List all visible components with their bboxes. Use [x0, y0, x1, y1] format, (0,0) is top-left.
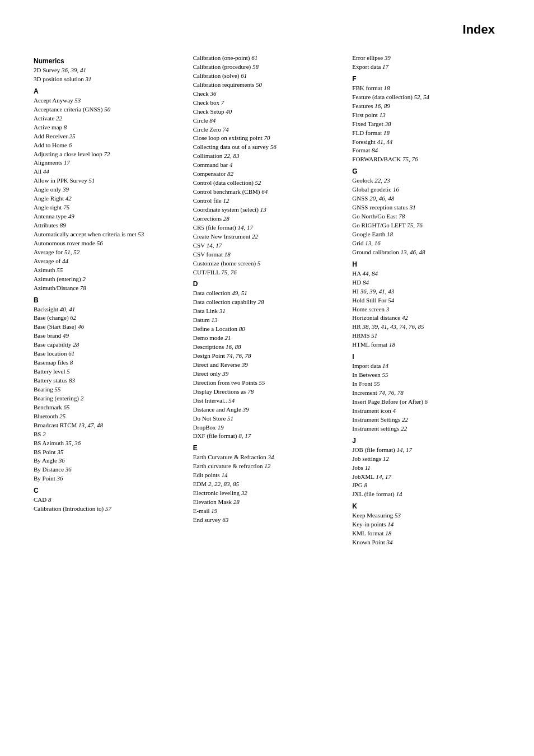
- index-entry: Calibration (Introduction to) 57: [34, 505, 182, 514]
- index-entry: Instrument icon 4: [352, 407, 500, 416]
- index-entry: Antenna type 49: [34, 212, 182, 221]
- index-entry: Bluetooth 25: [34, 412, 182, 421]
- index-entry: FLD format 18: [352, 129, 500, 138]
- section-header-G: G: [352, 167, 500, 175]
- index-entry: Earth curvature & refraction 12: [193, 462, 341, 471]
- index-entry: Define a Location 80: [193, 325, 341, 334]
- index-entry: BS Point 35: [34, 448, 182, 457]
- index-entry: Data collection 49, 51: [193, 289, 341, 298]
- index-entry: Calibration (solve) 61: [193, 72, 341, 81]
- index-entry: HRMS 51: [352, 332, 500, 340]
- index-entry: Customize (home screen) 5: [193, 259, 341, 268]
- index-entry: Basemap files 8: [34, 358, 182, 367]
- index-entry: JPG 8: [352, 481, 500, 490]
- index-entry: Direct only 39: [193, 370, 341, 379]
- index-entry: Bearing 55: [34, 385, 182, 394]
- index-entry: CSV format 18: [193, 250, 341, 259]
- index-entry: Corrections 28: [193, 214, 341, 223]
- index-entry: Data Link 31: [193, 307, 341, 316]
- index-entry: Instrument settings 22: [352, 424, 500, 433]
- index-entry: Active map 8: [34, 123, 182, 132]
- section-header-Numerics: Numerics: [34, 57, 182, 65]
- index-entry: GNSS 20, 46, 48: [352, 194, 500, 203]
- index-entry: Base brand 49: [34, 332, 182, 340]
- index-entry: CR5 (file format) 14, 17: [193, 223, 341, 232]
- index-entry: By Angle 36: [34, 456, 182, 465]
- index-entry: Average for 51, 52: [34, 248, 182, 257]
- index-entry: Check 36: [193, 90, 341, 99]
- index-entry: Calibration requirements 50: [193, 81, 341, 90]
- index-entry: Base (Start Base) 46: [34, 323, 182, 332]
- index-entry: Instrument Settings 22: [352, 416, 500, 424]
- index-entry: Close loop on existing point 70: [193, 134, 341, 143]
- index-entry: Add to Home 6: [34, 141, 182, 150]
- index-entry: JOB (file format) 14, 17: [352, 446, 500, 455]
- index-entry: Hold Still For 54: [352, 296, 500, 305]
- section-header-A: A: [34, 87, 182, 95]
- index-entry: Foresight 41, 44: [352, 138, 500, 147]
- index-entry: HTML format 18: [352, 340, 500, 349]
- index-entry: Jobs 11: [352, 464, 500, 473]
- column-3: Error ellipse 39Export data 17FFBK forma…: [352, 54, 500, 547]
- section-header-I: I: [352, 353, 500, 361]
- index-entry: End survey 63: [193, 516, 341, 525]
- index-entry: Fixed Target 38: [352, 120, 500, 129]
- index-entry: Battery level 5: [34, 367, 182, 376]
- index-entry: Automatically accept when criteria is me…: [34, 230, 182, 239]
- index-entry: 2D Survey 36, 39, 41: [34, 66, 182, 75]
- index-entry: Check Setup 40: [193, 108, 341, 116]
- index-entry: Base (change) 62: [34, 314, 182, 323]
- index-entry: EDM 2, 22, 83, 85: [193, 480, 341, 489]
- index-entry: Grid 13, 16: [352, 239, 500, 248]
- index-entry: Go RIGHT/Go LEFT 75, 76: [352, 221, 500, 230]
- index-entry: Direct and Reverse 39: [193, 361, 341, 370]
- index-entry: Known Point 34: [352, 538, 500, 547]
- index-entry: Export data 17: [352, 63, 500, 72]
- index-entry: Bearing (entering) 2: [34, 394, 182, 403]
- index-entry: Keep Measuring 53: [352, 511, 500, 520]
- index-entry: JXL (file format) 14: [352, 490, 500, 499]
- index-entry: By Distance 36: [34, 465, 182, 474]
- index-entry: Home screen 3: [352, 305, 500, 314]
- section-header-D: D: [193, 280, 341, 288]
- index-entry: Format 84: [352, 146, 500, 155]
- index-entry: Global geodetic 16: [352, 185, 500, 194]
- index-entry: Increment 74, 76, 78: [352, 389, 500, 398]
- index-entry: Collecting data out of a survey 56: [193, 143, 341, 152]
- index-entry: Error ellipse 39: [352, 54, 500, 63]
- index-entry: FORWARD/BACK 75, 76: [352, 155, 500, 164]
- index-entry: First point 13: [352, 111, 500, 120]
- index-entry: CAD 8: [34, 496, 182, 505]
- index-entry: Add Receiver 25: [34, 132, 182, 141]
- index-entry: Average of 44: [34, 257, 182, 266]
- index-entry: CSV 14, 17: [193, 241, 341, 250]
- index-entry: Collimation 22, 83: [193, 152, 341, 161]
- index-entry: All 44: [34, 167, 182, 176]
- section-header-F: F: [352, 75, 500, 83]
- index-entry: Acceptance criteria (GNSS) 50: [34, 105, 182, 114]
- section-header-H: H: [352, 260, 500, 268]
- index-entry: Create New Instrument 22: [193, 232, 341, 241]
- column-1: Numerics2D Survey 36, 39, 413D position …: [34, 54, 193, 514]
- section-header-J: J: [352, 437, 500, 445]
- index-entry: Control file 12: [193, 197, 341, 206]
- index-entry: Design Point 74, 76, 78: [193, 352, 341, 361]
- index-entry: Attributes 89: [34, 221, 182, 230]
- index-entry: Edit points 14: [193, 471, 341, 480]
- index-entry: Command bar 4: [193, 161, 341, 170]
- index-entry: Import data 14: [352, 362, 500, 371]
- index-entry: Azimuth/Distance 78: [34, 284, 182, 293]
- index-entry: Coordinate system (select) 13: [193, 206, 341, 214]
- index-entry: By Point 36: [34, 474, 182, 483]
- index-entry: Broadcast RTCM 13, 47, 48: [34, 421, 182, 430]
- index-entry: CUT/FILL 75, 76: [193, 268, 341, 277]
- index-entry: Activate 22: [34, 114, 182, 123]
- index-entry: JobXML 14, 17: [352, 473, 500, 482]
- index-entry: DXF (file format) 8, 17: [193, 432, 341, 441]
- index-entry: BS 2: [34, 430, 182, 439]
- index-entry: Compensator 82: [193, 170, 341, 179]
- index-entry: Do Not Store 51: [193, 414, 341, 423]
- section-header-C: C: [34, 487, 182, 494]
- index-entry: Ground calibration 13, 46, 48: [352, 248, 500, 257]
- index-entry: Allow in PPK Survey 51: [34, 176, 182, 185]
